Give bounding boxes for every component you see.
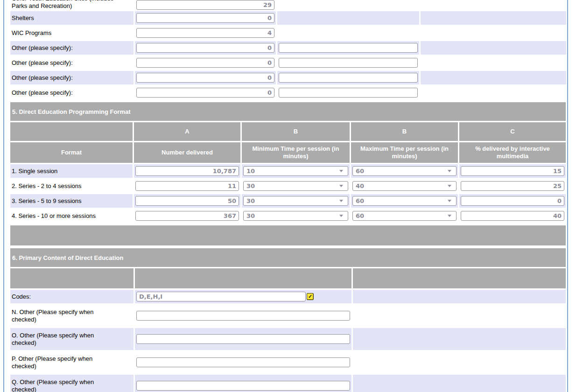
chevron-down-icon [339,185,343,187]
chevron-down-icon [448,200,451,202]
max-cell: 40 [351,179,458,193]
letter-header: B [351,122,458,141]
row-label: Other (please specify): [10,71,133,84]
table-row: N. Other (Please specify when checked) [10,305,566,327]
subheader-row [10,268,566,288]
max-time-dropdown[interactable]: 60 [352,166,457,176]
pct-cell [459,194,566,208]
count-input[interactable] [136,88,274,98]
other-label-cell: N. Other (Please specify when checked) [10,305,133,327]
max-cell: 60 [351,164,458,178]
other-specify-input[interactable] [136,357,350,367]
table-row: WIC Programs [10,26,566,40]
row-label: WIC Programs [10,26,133,40]
table-row: 4. Series - 10 or more sessions 30 60 [10,209,566,223]
format-header: Format [10,142,133,163]
max-time-dropdown[interactable]: 40 [352,181,457,191]
chevron-down-icon [448,185,451,187]
count-input[interactable] [136,13,274,23]
subheader-cell [135,268,351,288]
row-label: Other Youth Education Sites (includes Pa… [12,0,126,10]
pct-multimedia-input[interactable] [461,196,564,206]
other-label-cell: Q. Other (Please specify when checked) [10,375,133,392]
max-time-dropdown[interactable]: 60 [352,196,457,206]
number-cell [134,194,240,208]
table-row: 1. Single session 10 60 [10,164,566,178]
table-row: Other Youth Education Sites (includes Pa… [10,0,566,10]
max-cell: 60 [351,194,458,208]
codes-row: Codes: ✓ [10,290,566,303]
empty-cell [421,56,566,70]
dropdown-value: 30 [246,212,255,219]
number-delivered-input[interactable] [135,166,239,176]
other-specify-input[interactable] [136,311,350,321]
page-frame: Other Youth Education Sites (includes Pa… [3,0,568,392]
spacer-band-table [9,224,567,247]
count-input[interactable] [136,28,274,38]
pct-multimedia-input[interactable] [461,181,564,191]
letter-header: B [242,122,350,141]
count-input[interactable] [136,43,274,53]
row-label: Q. Other (Please specify when checked) [12,378,114,392]
table-row: Other (please specify): [10,41,566,55]
row-label: P. Other (Please specify when checked) [12,355,114,370]
format-label: 4. Series - 10 or more sessions [10,209,133,223]
other-specify-input[interactable] [136,334,350,344]
min-time-dropdown[interactable]: 30 [243,196,348,206]
pct-cell [459,179,566,193]
specify-cell [135,375,351,392]
table-row: Other (please specify): [10,56,566,70]
specify-cell [135,328,351,350]
format-label: 1. Single session [10,164,133,178]
section5-title: 5. Direct Education Programming Format [10,102,566,121]
number-cell [134,179,240,193]
count-cell [135,71,276,84]
codes-input[interactable] [136,292,306,301]
form-content: Other Youth Education Sites (includes Pa… [9,0,569,392]
min-cell: 30 [242,179,350,193]
section5-table: 5. Direct Education Programming Format A… [9,101,567,224]
number-cell [134,164,240,178]
row-label: Other (please specify): [10,41,133,55]
chevron-down-icon [339,170,343,172]
number-delivered-input[interactable] [135,211,239,221]
site-counts-table: Other Youth Education Sites (includes Pa… [9,0,568,101]
table-row: O. Other (Please specify when checked) [10,328,566,350]
other-label-cell: P. Other (Please specify when checked) [10,351,133,373]
pct-multimedia-input[interactable] [461,166,564,176]
count-input[interactable] [136,58,274,68]
row-label: Other (please specify): [10,86,133,99]
empty-cell [421,41,566,55]
specify-input[interactable] [279,88,418,98]
empty-cell [353,290,566,303]
subheader-cell [353,268,566,288]
dropdown-value: 30 [246,197,255,204]
min-time-dropdown[interactable]: 30 [243,211,348,221]
specify-cell [277,41,419,55]
max-time-dropdown[interactable]: 60 [352,211,457,221]
other-specify-input[interactable] [136,381,350,391]
codes-label: Codes: [10,290,133,303]
count-cell [135,86,276,99]
empty-cell [421,26,566,40]
count-input[interactable] [136,0,274,10]
gray-spacer [10,225,566,245]
table-row: Other (please specify): [10,86,566,99]
min-time-dropdown[interactable]: 10 [243,166,348,176]
specify-input[interactable] [279,43,418,53]
chevron-down-icon [339,200,343,202]
count-input[interactable] [136,73,274,83]
table-row: P. Other (Please specify when checked) [10,351,566,373]
empty-cell [421,0,566,10]
min-cell: 30 [242,194,350,208]
specify-input[interactable] [279,58,418,68]
number-delivered-input[interactable] [135,196,239,206]
number-delivered-input[interactable] [135,181,239,191]
count-cell [135,41,276,55]
check-icon[interactable]: ✓ [307,293,314,300]
empty-cell [277,26,419,40]
pct-multimedia-input[interactable] [461,211,564,221]
specify-input[interactable] [279,73,418,83]
min-time-dropdown[interactable]: 30 [243,181,348,191]
specify-cell [135,351,351,373]
